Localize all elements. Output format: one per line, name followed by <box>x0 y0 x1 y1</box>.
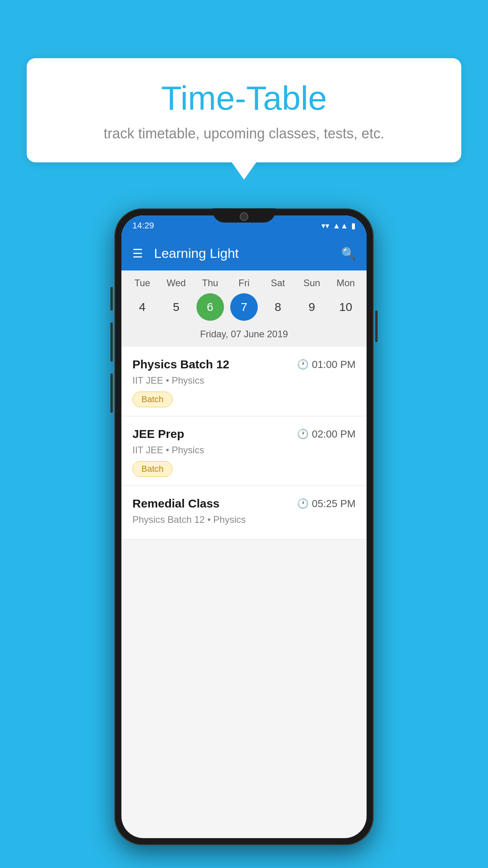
day-header-sat: Sat <box>264 278 292 289</box>
clock-icon-1: 🕐 <box>297 359 309 370</box>
schedule-item-2[interactable]: JEE Prep 🕐 02:00 PM IIT JEE • Physics Ba… <box>121 416 367 486</box>
bubble-title: Time-Table <box>50 79 438 118</box>
phone-camera <box>240 212 248 221</box>
phone-mockup: 14:29 ▾▾ ▲▲ ▮ ☰ Learning Light 🔍 Tue Wed… <box>114 208 374 845</box>
day-5[interactable]: 5 <box>162 293 190 321</box>
schedule-item-1-header: Physics Batch 12 🕐 01:00 PM <box>132 358 356 371</box>
batch-badge-1: Batch <box>132 392 172 407</box>
schedule-time-value-1: 01:00 PM <box>312 359 356 371</box>
day-6-today[interactable]: 6 <box>196 293 224 321</box>
phone-button-left-2 <box>110 322 113 362</box>
status-icons: ▾▾ ▲▲ ▮ <box>321 221 356 230</box>
phone-screen: 14:29 ▾▾ ▲▲ ▮ ☰ Learning Light 🔍 Tue Wed… <box>121 215 367 838</box>
phone-notch <box>213 208 275 223</box>
app-bar: ☰ Learning Light 🔍 <box>121 236 367 270</box>
day-header-fri: Fri <box>230 278 258 289</box>
schedule-title-2: JEE Prep <box>132 427 184 441</box>
schedule-list: Physics Batch 12 🕐 01:00 PM IIT JEE • Ph… <box>121 347 367 540</box>
day-header-sun: Sun <box>298 278 326 289</box>
schedule-item-3-header: Remedial Class 🕐 05:25 PM <box>132 497 356 510</box>
day-9[interactable]: 9 <box>298 293 326 321</box>
speech-bubble: Time-Table track timetable, upcoming cla… <box>27 58 461 162</box>
schedule-item-1[interactable]: Physics Batch 12 🕐 01:00 PM IIT JEE • Ph… <box>121 347 367 416</box>
phone-button-left-1 <box>110 287 113 311</box>
day-header-tue: Tue <box>128 278 156 289</box>
day-4[interactable]: 4 <box>128 293 156 321</box>
schedule-time-value-3: 05:25 PM <box>312 498 356 510</box>
batch-badge-2: Batch <box>132 461 172 477</box>
speech-bubble-container: Time-Table track timetable, upcoming cla… <box>27 58 461 162</box>
app-bar-title: Learning Light <box>154 246 330 261</box>
signal-icon: ▲▲ <box>332 221 348 230</box>
day-headers: Tue Wed Thu Fri Sat Sun Mon <box>121 278 367 293</box>
schedule-subtitle-3: Physics Batch 12 • Physics <box>132 514 356 525</box>
wifi-icon: ▾▾ <box>321 221 329 230</box>
phone-button-right <box>375 311 378 342</box>
day-7-selected[interactable]: 7 <box>230 293 258 321</box>
phone-button-left-3 <box>110 373 113 413</box>
day-header-thu: Thu <box>196 278 224 289</box>
schedule-time-2: 🕐 02:00 PM <box>297 428 356 440</box>
bubble-subtitle: track timetable, upcoming classes, tests… <box>50 125 438 142</box>
day-numbers: 4 5 6 7 8 9 10 <box>121 293 367 326</box>
search-icon[interactable]: 🔍 <box>341 246 356 260</box>
day-10[interactable]: 10 <box>332 293 360 321</box>
calendar-container: Tue Wed Thu Fri Sat Sun Mon 4 5 6 7 8 9 … <box>121 270 367 347</box>
hamburger-menu-icon[interactable]: ☰ <box>132 246 143 260</box>
schedule-subtitle-2: IIT JEE • Physics <box>132 445 356 456</box>
phone-outer: 14:29 ▾▾ ▲▲ ▮ ☰ Learning Light 🔍 Tue Wed… <box>114 208 374 845</box>
day-header-mon: Mon <box>332 278 360 289</box>
calendar-date-label: Friday, 07 June 2019 <box>121 326 367 347</box>
day-header-wed: Wed <box>162 278 190 289</box>
status-time: 14:29 <box>132 221 154 231</box>
schedule-subtitle-1: IIT JEE • Physics <box>132 375 356 386</box>
schedule-time-3: 🕐 05:25 PM <box>297 498 356 510</box>
clock-icon-2: 🕐 <box>297 428 309 440</box>
clock-icon-3: 🕐 <box>297 498 309 509</box>
schedule-time-value-2: 02:00 PM <box>312 428 356 440</box>
day-8[interactable]: 8 <box>264 293 292 321</box>
schedule-item-2-header: JEE Prep 🕐 02:00 PM <box>132 427 356 441</box>
schedule-title-1: Physics Batch 12 <box>132 358 229 371</box>
battery-icon: ▮ <box>351 221 356 230</box>
schedule-item-3[interactable]: Remedial Class 🕐 05:25 PM Physics Batch … <box>121 486 367 540</box>
schedule-time-1: 🕐 01:00 PM <box>297 359 356 371</box>
schedule-title-3: Remedial Class <box>132 497 220 510</box>
